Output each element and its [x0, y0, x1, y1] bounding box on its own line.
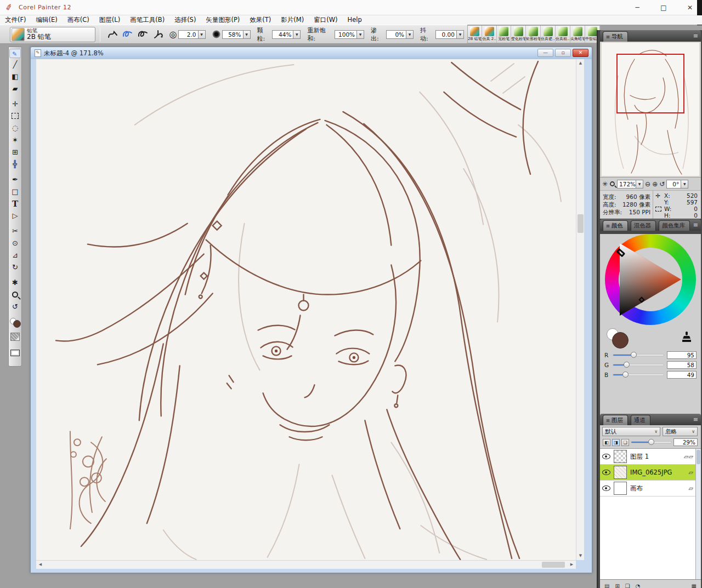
horizontal-scrollbar[interactable]: ◀ ▶ [36, 560, 576, 569]
resat-field[interactable]: 100% [335, 30, 356, 39]
scroll-right-icon[interactable]: ▶ [568, 561, 576, 569]
g-slider[interactable] [613, 364, 664, 366]
r-value-field[interactable]: 95 [667, 351, 697, 359]
pen-tool[interactable]: ✒ [9, 174, 21, 185]
layer-list-scrollbar[interactable] [695, 449, 701, 579]
b-slider[interactable] [613, 374, 664, 376]
grain-dropdown[interactable]: ▼ [293, 30, 301, 39]
new-group-icon[interactable]: ❏ [625, 583, 630, 588]
document-titlebar[interactable]: 未标题-4 @ 171.8% — ▫ ✕ [31, 47, 592, 59]
jitter-field[interactable]: 0.00 [435, 30, 456, 39]
tray-item-real-soft[interactable]: 仿真粗... [556, 26, 570, 43]
reset-rotation-icon[interactable]: ↺ [659, 180, 665, 188]
tab-mixer[interactable]: 混色器 [631, 220, 656, 231]
tab-channels[interactable]: 通道 [631, 415, 650, 425]
color-swatch[interactable] [9, 316, 21, 329]
lock-layer-icon[interactable]: ◔ [636, 583, 641, 588]
tray-item-real-hard[interactable]: 仿真硬... [541, 26, 556, 43]
zoom-tool-icon[interactable] [610, 181, 615, 186]
tab-layers[interactable]: ⊠图层 [603, 415, 628, 425]
screen-mode-toggle[interactable] [9, 347, 21, 358]
grain-field[interactable]: 44% [272, 30, 293, 39]
eraser-tool[interactable]: ▰ [9, 83, 21, 94]
menu-window[interactable]: 窗口(W) [309, 15, 342, 25]
shape-selection-tool[interactable]: ▷ [9, 210, 21, 221]
zoom-in-icon[interactable]: ⊕ [652, 180, 658, 188]
opacity-field[interactable]: 58% [222, 30, 243, 39]
paper-selector[interactable] [9, 330, 21, 343]
zoom-out-icon[interactable]: ⊖ [645, 180, 650, 188]
panel-menu-icon[interactable]: ≡ [693, 416, 698, 423]
menu-canvas[interactable]: 画布(C) [63, 15, 94, 25]
panel-close-icon[interactable]: ⊠ [606, 224, 610, 229]
zoom-level-dropdown[interactable]: ▼ [636, 180, 643, 189]
dab-preview-icon[interactable] [106, 28, 119, 41]
navigator-settings-icon[interactable]: ✳ [602, 180, 608, 188]
r-slider-thumb[interactable] [631, 352, 637, 358]
visibility-eye-icon[interactable] [602, 470, 610, 475]
layer-opacity-slider[interactable] [631, 441, 672, 443]
bleed-field[interactable]: 0% [386, 30, 406, 39]
dropper-tool[interactable]: ╱ [9, 59, 21, 70]
brush-size-field[interactable]: 2.0 [178, 30, 198, 39]
r-slider[interactable] [613, 354, 664, 356]
tray-item-pointed-crayon[interactable]: 尖角蜡笔 [570, 26, 585, 43]
navigator-viewport-rect[interactable] [616, 54, 684, 113]
layer-row-img0625[interactable]: IMG_0625JPG ▱ [600, 465, 701, 481]
rotation-field[interactable]: 0° [666, 180, 681, 189]
b-value-field[interactable]: 49 [667, 371, 697, 379]
new-layer-icon[interactable]: ⊞ [615, 583, 619, 588]
tray-item-wide-chalk[interactable]: 宽粉笔 [497, 26, 511, 43]
layer-opacity-thumb[interactable] [648, 439, 654, 445]
g-value-field[interactable]: 58 [667, 361, 697, 369]
g-slider-thumb[interactable] [624, 362, 630, 368]
maximize-button[interactable]: □ [652, 0, 676, 15]
rotate-canvas-tool[interactable]: ↺ [9, 301, 21, 312]
preserve-transparency-icon[interactable]: ◧ [603, 439, 610, 446]
canvas[interactable] [36, 59, 576, 560]
layer-commands-icon[interactable]: ▤ [604, 583, 609, 588]
jitter-dropdown[interactable]: ▼ [456, 30, 464, 39]
bleed-dropdown[interactable]: ▼ [406, 30, 414, 39]
page-rotate-tool[interactable]: ↻ [9, 261, 21, 273]
menu-brushes[interactable]: 画笔工具(B) [125, 15, 169, 25]
menu-effects[interactable]: 效果(T) [245, 15, 276, 25]
resat-dropdown[interactable]: ▼ [356, 30, 364, 39]
menu-layers[interactable]: 图层(L) [94, 15, 125, 25]
panel-close-icon[interactable]: ⊠ [606, 418, 610, 423]
menu-edit[interactable]: 编辑(E) [31, 15, 63, 25]
blend-mode-select[interactable]: 默认∨ [602, 427, 660, 436]
tab-navigator[interactable]: ⊠导航 [603, 31, 628, 42]
scrollbar-thumb[interactable] [697, 450, 700, 464]
rectangular-selection-tool[interactable] [9, 110, 21, 122]
zoom-level-field[interactable]: 172% [617, 180, 636, 189]
add-point-tool[interactable]: ⊙ [9, 237, 21, 249]
tab-color[interactable]: ⊠颜色 [603, 220, 628, 231]
crop-tool[interactable]: ╬ [9, 158, 21, 170]
visibility-eye-icon[interactable] [602, 486, 610, 491]
selection-adjuster-tool[interactable]: ⊞ [9, 146, 21, 158]
scroll-up-icon[interactable]: ▲ [576, 59, 585, 67]
convert-point-tool[interactable]: ⊿ [9, 249, 21, 261]
menu-file[interactable]: 文件(F) [0, 15, 31, 25]
scroll-down-icon[interactable]: ▼ [576, 552, 585, 560]
color-wheel[interactable] [605, 234, 696, 325]
tray-item-variable-chalk[interactable]: 变化粉笔 [511, 26, 526, 43]
b-slider-thumb[interactable] [622, 372, 629, 378]
rotation-dropdown[interactable]: ▼ [681, 180, 688, 189]
delete-layer-icon[interactable]: ▦ [692, 583, 697, 588]
text-tool[interactable]: T [9, 198, 21, 209]
layer-adjuster-tool[interactable]: ✛ [9, 98, 21, 110]
tray-item-real-2b[interactable]: 仿真 2... [482, 26, 497, 43]
doc-close-button[interactable]: ✕ [573, 49, 588, 57]
layer-row-layer1[interactable]: 图层 1 ▱▱ [600, 449, 701, 465]
stroke-preview-icon[interactable] [137, 28, 150, 41]
paint-bucket-tool[interactable]: ◧ [9, 71, 21, 82]
rectangular-shape-tool[interactable]: □ [9, 186, 21, 197]
tray-item-2b-pencil[interactable]: 2B 铅笔 [468, 26, 482, 43]
magic-wand-tool[interactable]: ✶ [9, 134, 21, 146]
doc-restore-button[interactable]: ▫ [555, 49, 571, 57]
tab-color-sets[interactable]: 颜色集库 [659, 220, 690, 231]
layer-row-canvas[interactable]: 画布 ▱ [600, 481, 701, 496]
panel-close-icon[interactable]: ⊠ [606, 35, 610, 39]
